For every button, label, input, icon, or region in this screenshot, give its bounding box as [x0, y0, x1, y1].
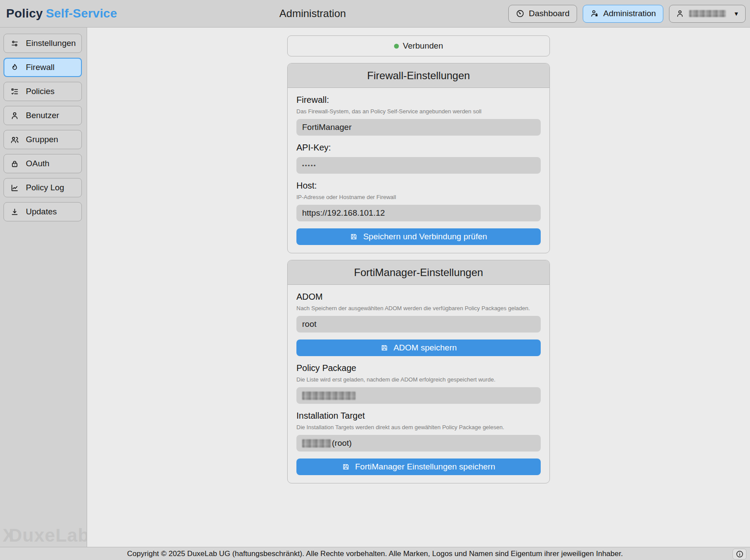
user-menu-button[interactable]: ▼	[669, 5, 746, 23]
chart-line-icon	[10, 183, 19, 192]
policy-package-value-redacted	[302, 392, 356, 400]
list-check-icon	[10, 87, 19, 96]
connection-status-bar: Verbunden	[287, 35, 550, 56]
user-icon	[676, 9, 684, 18]
host-input[interactable]: https://192.168.101.12	[296, 205, 541, 221]
save-icon	[342, 463, 350, 471]
info-button[interactable]	[732, 549, 746, 560]
policy-package-field-hint: Die Liste wird erst geladen, nachdem die…	[296, 376, 541, 383]
firewall-card-body: Firewall: Das Firewall-System, das an Po…	[288, 88, 549, 253]
main-content: Verbunden Firewall-Einstellungen Firewal…	[87, 28, 750, 547]
sidebar-item-label: Einstellungen	[26, 38, 76, 48]
sidebar-item-einstellungen[interactable]: Einstellungen	[4, 34, 82, 53]
sidebar-item-label: OAuth	[26, 159, 49, 168]
logo-part-policy: Policy	[6, 7, 43, 20]
fortimanager-card-header: FortiManager-Einstellungen	[288, 260, 549, 285]
host-field-hint: IP-Adresse oder Hostname der Firewall	[296, 194, 541, 200]
policy-package-select[interactable]	[296, 387, 541, 404]
save-and-test-connection-button[interactable]: Speichern und Verbindung prüfen	[296, 228, 541, 245]
sliders-icon	[10, 39, 19, 48]
logo-part-selfservice: Self-Service	[46, 7, 117, 20]
policy-package-field-label: Policy Package	[296, 363, 541, 373]
sidebar-item-label: Policy Log	[26, 183, 64, 192]
app-logo: PolicySelf-Service	[6, 7, 117, 21]
sidebar-item-oauth[interactable]: OAuth	[4, 154, 82, 173]
save-icon	[380, 344, 388, 352]
dashboard-button[interactable]: Dashboard	[508, 5, 577, 23]
api-key-input[interactable]: •••••	[296, 157, 541, 174]
firewall-field-hint: Das Firewall-System, das an Policy Self-…	[296, 108, 541, 115]
save-and-test-connection-label: Speichern und Verbindung prüfen	[363, 232, 487, 242]
chevron-down-icon: ▼	[733, 10, 739, 17]
user-shield-icon	[590, 9, 599, 18]
fortimanager-card-title: FortiManager-Einstellungen	[354, 266, 483, 279]
connection-status-label: Verbunden	[403, 41, 443, 51]
firewall-card-header: Firewall-Einstellungen	[288, 63, 549, 88]
administration-button-label: Administration	[603, 9, 656, 18]
gauge-icon	[516, 9, 525, 18]
sidebar-item-label: Policies	[26, 87, 54, 96]
sidebar-item-label: Benutzer	[26, 111, 59, 120]
installation-target-field-hint: Die Installation Targets werden direkt a…	[296, 424, 541, 430]
api-key-field-label: API-Key:	[296, 143, 541, 153]
installation-target-suffix: (root)	[332, 438, 352, 448]
administration-button[interactable]: Administration	[583, 5, 663, 23]
info-circle-icon	[736, 550, 744, 558]
user-icon	[10, 111, 19, 120]
sidebar: Einstellungen Firewall Policies	[0, 28, 87, 547]
sidebar-item-label: Updates	[26, 207, 57, 217]
app-header: PolicySelf-Service Administration Dashbo…	[0, 0, 750, 28]
installation-target-value-redacted	[302, 439, 331, 448]
firewall-select[interactable]: FortiManager	[296, 119, 541, 136]
fortimanager-settings-card: FortiManager-Einstellungen ADOM Nach Spe…	[287, 260, 550, 483]
footer: Copyright © 2025 DuxeLab UG (haftungsbes…	[0, 547, 750, 560]
adom-save-label: ADOM speichern	[394, 343, 457, 353]
sidebar-item-label: Firewall	[26, 63, 54, 72]
save-icon	[350, 233, 358, 241]
sidebar-item-firewall[interactable]: Firewall	[4, 58, 82, 77]
copyright-text: Copyright © 2025 DuxeLab UG (haftungsbes…	[127, 550, 623, 558]
lock-icon	[10, 159, 19, 168]
header-nav: Dashboard Administration ▼	[508, 5, 746, 23]
flame-icon	[10, 63, 19, 72]
dashboard-button-label: Dashboard	[529, 9, 570, 18]
adom-select[interactable]: root	[296, 316, 541, 332]
page-title: Administration	[279, 7, 346, 19]
sidebar-item-gruppen[interactable]: Gruppen	[4, 130, 82, 149]
status-dot-icon	[394, 44, 399, 49]
header-title-wrap: Administration	[117, 7, 508, 20]
sidebar-item-policy-log[interactable]: Policy Log	[4, 178, 82, 197]
installation-target-field-label: Installation Target	[296, 411, 541, 421]
adom-field-label: ADOM	[296, 292, 541, 302]
adom-save-button[interactable]: ADOM speichern	[296, 340, 541, 356]
fortimanager-card-body: ADOM Nach Speichern der ausgewählten ADO…	[288, 285, 549, 483]
installation-target-select[interactable]: (root)	[296, 435, 541, 452]
host-field-label: Host:	[296, 181, 541, 191]
firewall-field-label: Firewall:	[296, 95, 541, 105]
users-icon	[10, 135, 19, 144]
fortimanager-save-button[interactable]: FortiManager Einstellungen speichern	[296, 458, 541, 475]
adom-field-hint: Nach Speichern der ausgewählten ADOM wer…	[296, 305, 541, 312]
firewall-card-title: Firewall-Einstellungen	[367, 70, 470, 82]
sidebar-item-policies[interactable]: Policies	[4, 82, 82, 101]
sidebar-item-label: Gruppen	[26, 135, 58, 144]
download-icon	[10, 207, 19, 217]
fortimanager-save-label: FortiManager Einstellungen speichern	[355, 462, 495, 472]
firewall-settings-card: Firewall-Einstellungen Firewall: Das Fir…	[287, 63, 550, 253]
sidebar-item-benutzer[interactable]: Benutzer	[4, 106, 82, 125]
duxelab-watermark: XDuxeLab	[3, 525, 87, 546]
username-redacted	[689, 10, 726, 17]
sidebar-item-updates[interactable]: Updates	[4, 202, 82, 221]
